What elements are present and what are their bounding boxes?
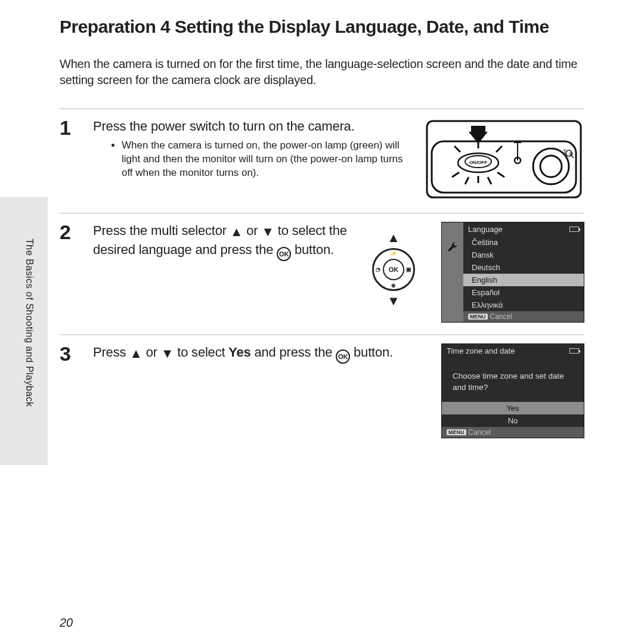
menu-pill-icon: MENU <box>468 314 488 320</box>
svg-point-19 <box>540 156 562 177</box>
step-bullet: When the camera is turned on, the power-… <box>122 139 413 180</box>
step-number: 2 <box>60 222 82 323</box>
choice-yes: Yes <box>442 402 584 414</box>
step-2: 2 Press the multi selector ▲ or ▼ to sel… <box>60 213 584 335</box>
setup-tab <box>442 222 463 322</box>
timezone-screen: Time zone and date Choose time zone and … <box>441 343 584 438</box>
screen-title: Time zone and date <box>447 346 515 355</box>
ok-button-icon: OK <box>277 247 291 261</box>
multi-selector-illustration: ▲ ⚡ ◔ ▣ ❀ OK ▼ <box>358 222 429 317</box>
svg-marker-13 <box>471 126 485 132</box>
step-number: 1 <box>60 117 82 201</box>
list-item: Dansk <box>463 249 584 261</box>
down-triangle-icon: ▼ <box>261 223 274 241</box>
language-list: Čeština Dansk Deutsch English Español Ελ… <box>463 236 584 311</box>
step-3: 3 Press ▲ or ▼ to select Yes and press t… <box>60 335 584 450</box>
wrench-icon <box>447 242 459 253</box>
step-heading: Press ▲ or ▼ to select Yes and press the… <box>93 343 431 364</box>
up-triangle-icon: ▲ <box>129 345 143 363</box>
step-heading: Press the multi selector ▲ or ▼ to selec… <box>93 222 347 261</box>
step-body: Press ▲ or ▼ to select Yes and press the… <box>93 343 431 438</box>
step-heading: Press the power switch to turn on the ca… <box>93 117 413 135</box>
intro-paragraph: When the camera is turned on for the fir… <box>60 56 584 88</box>
step-body: Press the multi selector ▲ or ▼ to selec… <box>93 222 347 323</box>
page-number: 20 <box>60 616 73 630</box>
up-triangle-icon: ▲ <box>230 223 243 241</box>
page-content: Preparation 4 Setting the Display Langua… <box>60 17 584 450</box>
menu-pill-icon: MENU <box>447 429 466 435</box>
list-item: Deutsch <box>463 261 584 274</box>
down-triangle-icon: ▼ <box>161 345 174 363</box>
down-triangle-icon: ▼ <box>387 295 400 308</box>
language-screen: Language Čeština Dansk Deutsch English E… <box>441 222 584 323</box>
screen-footer: MENUCancel <box>463 311 584 322</box>
step-number: 3 <box>60 343 82 438</box>
page-title: Preparation 4 Setting the Display Langua… <box>60 17 584 37</box>
up-triangle-icon: ▲ <box>387 231 400 244</box>
ok-button-icon: OK <box>336 349 350 364</box>
section-side-label: The Basics of Shooting and Playback <box>24 239 35 407</box>
screen-prompt: Choose time zone and set date and time? <box>442 358 584 402</box>
choice-no: No <box>442 414 584 427</box>
step-body: Press the power switch to turn on the ca… <box>93 117 413 201</box>
list-item: Español <box>463 286 584 299</box>
camera-top-illustration: ON/OFF <box>423 117 584 201</box>
svg-text:ON/OFF: ON/OFF <box>469 160 487 165</box>
list-item: Čeština <box>463 236 584 249</box>
battery-icon <box>569 348 579 354</box>
step-1: 1 Press the power switch to turn on the … <box>60 109 584 213</box>
list-item: Ελληνικά <box>463 299 584 311</box>
battery-icon <box>569 227 579 232</box>
screen-footer: MENUCancel <box>442 427 584 438</box>
ok-center-icon: OK <box>383 259 404 280</box>
list-item-selected: English <box>463 274 584 286</box>
selector-ring: ⚡ ◔ ▣ ❀ OK <box>372 248 415 291</box>
screen-title: Language <box>468 225 503 234</box>
steps-list: 1 Press the power switch to turn on the … <box>60 109 584 450</box>
